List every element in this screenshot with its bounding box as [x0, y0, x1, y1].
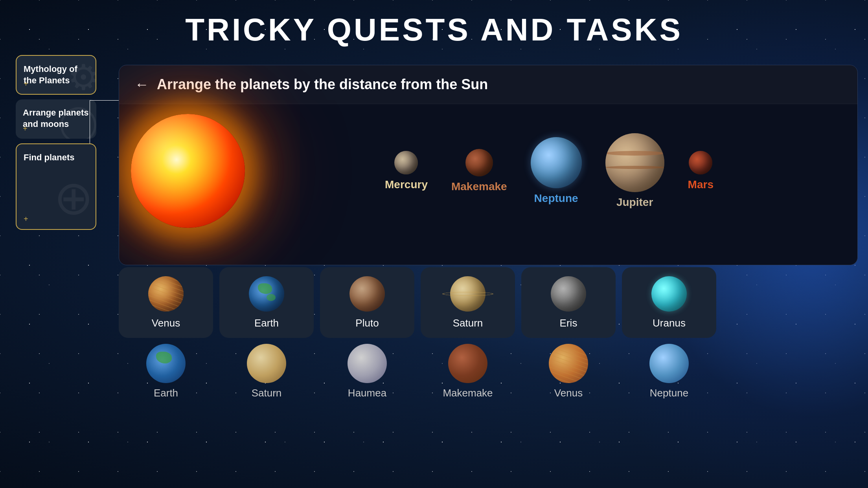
- sidebar-item-arrange-label: Arrange planets and moons: [23, 107, 89, 130]
- second-haumea[interactable]: Haumea: [320, 344, 414, 399]
- sidebar-item-arrange[interactable]: Arrange planets and moons + ◯: [16, 99, 96, 139]
- second-haumea-name: Haumea: [348, 387, 386, 399]
- jupiter-label: Jupiter: [616, 196, 653, 209]
- makemake-planet-icon: [465, 149, 493, 176]
- saturn-ring: [442, 292, 493, 295]
- planet-decoration: ⊕: [54, 171, 94, 225]
- sidebar-item-mythology[interactable]: Mythology of the Planets + ⚙: [16, 55, 96, 95]
- earth-name: Earth: [254, 317, 279, 329]
- saturn-name: Saturn: [453, 317, 483, 329]
- second-earth[interactable]: Earth: [119, 344, 213, 399]
- sun: [131, 114, 245, 228]
- second-saturn-icon: [247, 344, 286, 383]
- planet-jupiter[interactable]: Jupiter: [605, 133, 664, 209]
- plus-icon-find: +: [24, 215, 28, 224]
- page-title: TRICKY QUESTS AND TASKS: [0, 12, 868, 48]
- pluto-icon: [349, 276, 385, 312]
- second-venus-name: Venus: [554, 387, 583, 399]
- makemake-label: Makemake: [451, 180, 507, 193]
- mars-label: Mars: [688, 178, 714, 191]
- panel-title: Arrange the planets by the distance from…: [157, 76, 488, 93]
- sidebar-item-find-label: Find planets: [24, 152, 88, 163]
- uranus-name: Uranus: [653, 317, 686, 329]
- jupiter-planet-icon: [605, 133, 664, 192]
- eris-icon: [551, 276, 586, 312]
- second-haumea-icon: [348, 344, 387, 383]
- sidebar: Mythology of the Planets + ⚙ Arrange pla…: [16, 55, 96, 230]
- main-panel: ← Arrange the planets by the distance fr…: [119, 65, 858, 265]
- bottom-draggable-row: Venus Earth Pluto Saturn Eris Uranus: [119, 267, 858, 338]
- uranus-icon: [651, 276, 687, 312]
- mercury-planet-icon: [394, 151, 418, 174]
- top-planets-row: Mercury Makemake Neptune Jupiter Mars: [253, 133, 846, 209]
- back-button[interactable]: ←: [135, 76, 149, 93]
- second-makemake-icon: [448, 344, 487, 383]
- draggable-eris[interactable]: Eris: [521, 267, 616, 338]
- neptune-planet-icon: [531, 137, 582, 188]
- sun-container: [131, 114, 245, 228]
- sidebar-item-find[interactable]: Find planets + ⊕: [16, 143, 96, 230]
- second-makemake[interactable]: Makemake: [421, 344, 515, 399]
- venus-icon: [148, 276, 184, 312]
- sidebar-item-mythology-label: Mythology of the Planets: [24, 64, 88, 86]
- draggable-uranus[interactable]: Uranus: [622, 267, 716, 338]
- draggable-pluto[interactable]: Pluto: [320, 267, 414, 338]
- second-neptune-icon: [649, 344, 689, 383]
- planet-mercury[interactable]: Mercury: [385, 151, 428, 191]
- second-venus-icon: [549, 344, 588, 383]
- second-makemake-name: Makemake: [443, 387, 493, 399]
- mars-planet-icon: [689, 151, 712, 174]
- panel-header: ← Arrange the planets by the distance fr…: [119, 65, 857, 104]
- planets-area: Mercury Makemake Neptune Jupiter Mars: [119, 104, 857, 238]
- venus-name: Venus: [152, 317, 180, 329]
- second-neptune-name: Neptune: [650, 387, 688, 399]
- plus-icon-arrange: +: [23, 124, 28, 133]
- plus-icon-mythology: +: [24, 79, 28, 88]
- draggable-venus[interactable]: Venus: [119, 267, 213, 338]
- second-venus[interactable]: Venus: [521, 344, 616, 399]
- earth-icon: [249, 276, 284, 312]
- second-neptune[interactable]: Neptune: [622, 344, 716, 399]
- draggable-earth[interactable]: Earth: [219, 267, 314, 338]
- second-earth-name: Earth: [154, 387, 178, 399]
- neptune-label: Neptune: [534, 192, 578, 205]
- planet-mars[interactable]: Mars: [688, 151, 714, 191]
- second-bottom-row: Earth Saturn Haumea Makemake Venus Neptu…: [119, 344, 858, 399]
- second-saturn-name: Saturn: [252, 387, 282, 399]
- planet-makemake[interactable]: Makemake: [451, 149, 507, 193]
- mercury-label: Mercury: [385, 178, 428, 191]
- pluto-name: Pluto: [355, 317, 379, 329]
- second-earth-icon: [146, 344, 186, 383]
- planet-neptune[interactable]: Neptune: [531, 137, 582, 205]
- draggable-saturn[interactable]: Saturn: [421, 267, 515, 338]
- eris-name: Eris: [560, 317, 577, 329]
- second-saturn[interactable]: Saturn: [219, 344, 314, 399]
